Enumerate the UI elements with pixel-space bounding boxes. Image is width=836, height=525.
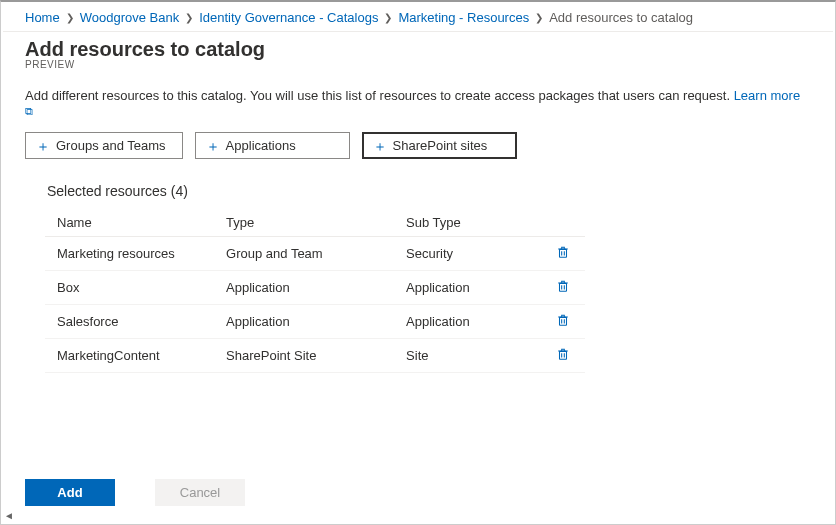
crumb-catalogs[interactable]: Identity Governance - Catalogs <box>199 10 378 25</box>
cell-type: SharePoint Site <box>214 339 394 373</box>
plus-icon: ＋ <box>36 139 50 153</box>
table-row: BoxApplicationApplication <box>45 271 585 305</box>
description-text: Add different resources to this catalog.… <box>25 88 734 103</box>
cell-name: MarketingContent <box>45 339 214 373</box>
delete-icon[interactable] <box>556 279 570 293</box>
cell-subtype: Application <box>394 305 541 339</box>
delete-icon[interactable] <box>556 313 570 327</box>
table-row: SalesforceApplicationApplication <box>45 305 585 339</box>
selected-resources-title: Selected resources (4) <box>47 183 811 199</box>
svg-rect-0 <box>560 249 567 257</box>
table-row: Marketing resourcesGroup and TeamSecurit… <box>45 237 585 271</box>
delete-icon[interactable] <box>556 245 570 259</box>
chevron-right-icon: ❯ <box>66 12 74 23</box>
table-row: MarketingContentSharePoint SiteSite <box>45 339 585 373</box>
plus-icon: ＋ <box>206 139 220 153</box>
svg-rect-2 <box>560 317 567 325</box>
chevron-right-icon: ❯ <box>535 12 543 23</box>
cell-type: Application <box>214 271 394 305</box>
resource-type-buttons: ＋ Groups and Teams ＋ Applications ＋ Shar… <box>1 132 835 177</box>
cell-subtype: Application <box>394 271 541 305</box>
selected-resources-section: Selected resources (4) Name Type Sub Typ… <box>1 177 835 461</box>
plus-icon: ＋ <box>373 139 387 153</box>
cell-type: Group and Team <box>214 237 394 271</box>
add-sharepoint-button[interactable]: ＋ SharePoint sites <box>362 132 517 159</box>
svg-rect-1 <box>560 283 567 291</box>
description: Add different resources to this catalog.… <box>1 72 835 132</box>
add-applications-button[interactable]: ＋ Applications <box>195 132 350 159</box>
crumb-org[interactable]: Woodgrove Bank <box>80 10 180 25</box>
column-name[interactable]: Name <box>45 209 214 237</box>
crumb-home[interactable]: Home <box>25 10 60 25</box>
resources-table: Name Type Sub Type Marketing resourcesGr… <box>45 209 585 373</box>
footer-actions: Add Cancel <box>1 461 835 524</box>
chevron-right-icon: ❯ <box>185 12 193 23</box>
cell-type: Application <box>214 305 394 339</box>
page-title: Add resources to catalog <box>25 38 811 61</box>
cell-name: Box <box>45 271 214 305</box>
breadcrumb: Home ❯ Woodgrove Bank ❯ Identity Governa… <box>1 2 835 31</box>
cell-subtype: Site <box>394 339 541 373</box>
crumb-marketing[interactable]: Marketing - Resources <box>398 10 529 25</box>
add-button[interactable]: Add <box>25 479 115 506</box>
page-header: Add resources to catalog PREVIEW <box>1 32 835 72</box>
delete-icon[interactable] <box>556 347 570 361</box>
external-link-icon: ⧉ <box>25 105 33 117</box>
chevron-right-icon: ❯ <box>384 12 392 23</box>
svg-rect-3 <box>560 351 567 359</box>
column-type[interactable]: Type <box>214 209 394 237</box>
cancel-button[interactable]: Cancel <box>155 479 245 506</box>
column-subtype[interactable]: Sub Type <box>394 209 541 237</box>
cell-name: Marketing resources <box>45 237 214 271</box>
cell-subtype: Security <box>394 237 541 271</box>
scroll-left-icon[interactable]: ◄ <box>4 510 14 521</box>
crumb-current: Add resources to catalog <box>549 10 693 25</box>
cell-name: Salesforce <box>45 305 214 339</box>
add-groups-button[interactable]: ＋ Groups and Teams <box>25 132 183 159</box>
